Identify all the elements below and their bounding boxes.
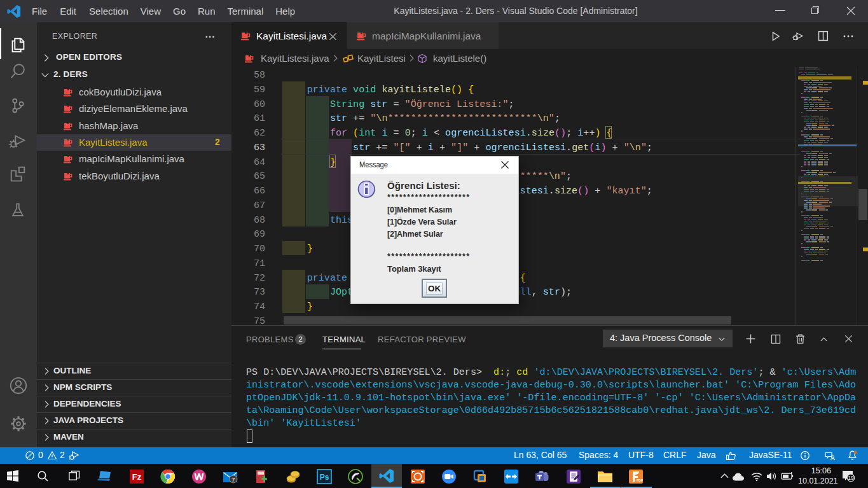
svg-text:Ps: Ps [320,473,329,482]
svg-text:PDF: PDF [637,478,643,482]
svg-text:Fz: Fz [132,472,142,482]
svg-text:19: 19 [848,475,854,481]
svg-text:7: 7 [231,476,235,483]
